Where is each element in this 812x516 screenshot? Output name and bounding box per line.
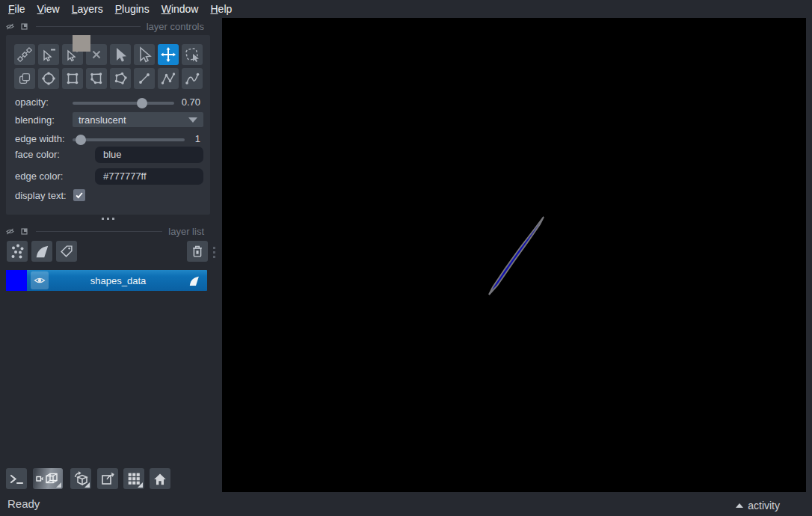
tool-add-rectangle[interactable] — [62, 68, 83, 89]
tool-transform[interactable] — [182, 44, 203, 65]
hide-panel-icon[interactable] — [6, 23, 14, 30]
opacity-value: 0.70 — [162, 96, 200, 108]
edge-width-value: 1 — [162, 133, 200, 144]
edge-color-input[interactable]: #777777ff — [95, 168, 203, 185]
popup-indicator — [84, 482, 90, 488]
opacity-slider-handle[interactable] — [137, 98, 147, 108]
edge-color-swatch[interactable] — [73, 35, 90, 52]
layer-row-shapes-data[interactable]: shapes_data — [6, 270, 207, 291]
face-color-input[interactable]: blue — [95, 147, 203, 163]
home-reset-view-button[interactable] — [150, 468, 170, 489]
tool-add-ellipse[interactable] — [38, 68, 59, 89]
chevron-down-icon — [188, 117, 197, 123]
activity-label: activity — [748, 500, 780, 512]
tool-add-polyline[interactable] — [182, 68, 203, 89]
blending-value: translucent — [79, 114, 188, 126]
menu-help[interactable]: Help — [204, 3, 238, 15]
left-dock: layer controls — [0, 18, 222, 492]
divider — [36, 231, 162, 232]
activity-button[interactable]: activity — [736, 500, 780, 512]
status-bar: Ready activity — [0, 492, 812, 516]
layer-name[interactable]: shapes_data — [49, 275, 188, 286]
tool-move[interactable] — [158, 44, 179, 65]
new-points-layer-button[interactable] — [7, 241, 28, 262]
tool-add-polygon[interactable] — [86, 68, 107, 89]
float-panel-icon[interactable] — [21, 228, 28, 235]
new-shapes-layer-button[interactable] — [31, 241, 52, 262]
layer-list-title: layer list — [168, 226, 204, 237]
edge-color-label: edge color: — [15, 171, 63, 182]
grid-view-button[interactable] — [123, 468, 144, 489]
edge-width-label: edge width: — [15, 133, 65, 144]
roll-dimensions-button[interactable] — [70, 468, 91, 489]
menu-view[interactable]: View — [31, 3, 66, 15]
tool-add-line[interactable] — [134, 68, 155, 89]
tool-add-polygon-lasso[interactable] — [110, 68, 131, 89]
layer-controls-header: layer controls — [0, 20, 222, 32]
layer-visibility-button[interactable] — [31, 271, 49, 289]
layer-thumbnail — [6, 270, 27, 291]
opacity-label: opacity: — [15, 96, 49, 108]
napari-window: File View Layers Plugins Window Help 'cl… — [0, 0, 812, 516]
transpose-dimensions-button[interactable] — [97, 468, 118, 489]
console-button[interactable] — [6, 468, 27, 489]
blending-label: blending: — [15, 114, 55, 126]
hide-panel-icon[interactable] — [6, 228, 14, 235]
popup-indicator — [138, 482, 143, 488]
blue-shape[interactable] — [489, 217, 544, 295]
menu-layers[interactable]: Layers — [66, 3, 109, 15]
tool-remove-vertex[interactable] — [38, 44, 59, 65]
menu-plugins[interactable]: Plugins — [109, 3, 156, 15]
edge-width-slider-handle[interactable] — [76, 135, 86, 145]
layer-controls-title: layer controls — [147, 21, 204, 32]
caret-up-icon — [736, 503, 743, 508]
tool-direct-select[interactable] — [134, 44, 155, 65]
delete-layer-button[interactable] — [187, 241, 208, 262]
menu-window[interactable]: Window — [156, 3, 205, 15]
viewer-canvas[interactable]: 'click and drag the rectangle to create … — [222, 18, 806, 492]
shapes-scene — [222, 18, 806, 492]
tool-select-shape[interactable] — [110, 44, 131, 65]
layer-list-header: layer list — [0, 225, 222, 237]
shapes-layer-controls: opacity: 0.70 blending: translucent edge… — [6, 35, 210, 215]
display-text-checkbox[interactable] — [73, 189, 85, 201]
new-labels-layer-button[interactable] — [56, 241, 77, 262]
divider — [36, 26, 141, 27]
tool-chain[interactable] — [14, 44, 35, 65]
ndisplay-toggle-button[interactable] — [33, 468, 63, 489]
face-color-label: face color: — [15, 149, 60, 160]
tool-add-path[interactable] — [158, 68, 179, 89]
dock-resize-handle[interactable] — [213, 247, 215, 258]
blending-dropdown[interactable]: translucent — [73, 112, 203, 127]
menu-file[interactable]: File — [2, 3, 31, 15]
tool-duplicate[interactable] — [14, 68, 35, 89]
opacity-slider[interactable] — [73, 102, 174, 105]
status-message: Ready — [7, 497, 40, 510]
menu-bar: File View Layers Plugins Window Help — [0, 0, 812, 18]
panel-splitter-handle[interactable] — [102, 218, 114, 220]
float-panel-icon[interactable] — [21, 23, 28, 30]
display-text-label: display text: — [15, 190, 67, 201]
shapes-layer-type-icon — [188, 274, 200, 287]
popup-indicator — [56, 482, 61, 488]
